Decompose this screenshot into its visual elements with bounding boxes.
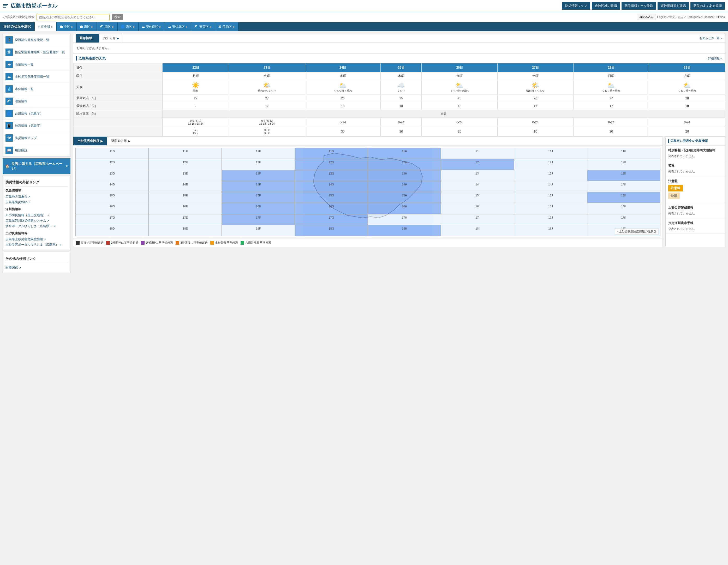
grid-cell-16K[interactable]: 16K — [587, 203, 660, 214]
menu-item-earthquake[interactable]: 📳 地震情報（気象庁） — [3, 120, 70, 132]
tab-emergency[interactable]: 緊急情報 ▶ — [76, 34, 99, 43]
menu-item-water[interactable]: 💧 水位情報一覧 — [3, 83, 70, 95]
menu-item-disaster-map[interactable]: 🗺 防災情報マップ — [3, 132, 70, 144]
grid-cell-15D[interactable]: 15D — [76, 192, 149, 203]
grid-cell-16D[interactable]: 16D — [76, 203, 149, 214]
ext-link-soil2[interactable]: 土砂災害ポータルひろしま（広島県） — [5, 242, 68, 248]
search-button[interactable]: 検索 — [112, 14, 123, 20]
region-item-all[interactable]: ≡ 市全域 ▶ — [34, 22, 56, 31]
grid-cell-13J[interactable]: 13J — [514, 170, 587, 181]
grid-cell-15I[interactable]: 15I — [441, 192, 514, 203]
grid-cell-17I[interactable]: 17I — [441, 214, 514, 225]
grid-cell-14K[interactable]: 14K — [587, 181, 660, 192]
map-tab-landslide[interactable]: 土砂災害危険度 ▶ — [73, 137, 107, 145]
region-item-saeki[interactable]: 🏛 佐伯区 ▶ — [215, 22, 238, 31]
grid-cell-12J[interactable]: 12J — [514, 159, 587, 170]
grid-cell-18G[interactable]: 18G — [295, 225, 368, 236]
weather-detail-link[interactable]: › 詳細情報へ — [706, 57, 723, 61]
grid-cell-13I[interactable]: 13I — [441, 170, 514, 181]
grid-cell-14D[interactable]: 14D — [76, 181, 149, 192]
ext-link-kenfusai[interactable]: 広島県防災Web — [5, 200, 68, 205]
grid-cell-14H[interactable]: 14H — [368, 181, 441, 192]
disaster-prepare-button[interactable]: 🏠 災害に備える（広島市ホームページ） ↗ — [3, 158, 70, 174]
grid-cell-14J[interactable]: 14J — [514, 181, 587, 192]
reload-button[interactable]: 再読み込み — [637, 14, 656, 20]
grid-cell-18J[interactable]: 18J — [514, 225, 587, 236]
other-link-medical[interactable]: 医療関係 — [5, 265, 68, 271]
grid-cell-11K[interactable]: 11K — [587, 148, 660, 159]
grid-cell-13K[interactable]: 13K — [587, 170, 660, 181]
grid-cell-14I[interactable]: 14I — [441, 181, 514, 192]
grid-cell-15E[interactable]: 15E — [149, 192, 222, 203]
nav-btn-1[interactable]: 危険区域の確認 — [592, 2, 620, 10]
grid-cell-18I[interactable]: 18I — [441, 225, 514, 236]
menu-item-glossary[interactable]: 📖 用語解説 — [3, 144, 70, 157]
grid-cell-16H[interactable]: 16H — [368, 203, 441, 214]
grid-cell-15J[interactable]: 15J — [514, 192, 587, 203]
grid-cell-16F[interactable]: 16F — [222, 203, 295, 214]
region-item-asaki[interactable]: ⛰ 安佐北区 ▶ — [165, 22, 191, 31]
menu-item-typhoon[interactable]: 🌀 台風情報（気象庁） — [3, 108, 70, 120]
grid-cell-15H[interactable]: 15H — [368, 192, 441, 203]
menu-item-rain[interactable]: 🌧 雨量情報一覧 — [3, 58, 70, 71]
grid-cell-13E[interactable]: 13E — [149, 170, 222, 181]
map-tab-evacuation[interactable]: 避難勧告等 ▶ — [107, 137, 134, 145]
grid-cell-13D[interactable]: 13D — [76, 170, 149, 181]
menu-item-tide[interactable]: 🌊 潮位情報 — [3, 95, 70, 108]
grid-cell-15K[interactable]: 15K — [587, 192, 660, 203]
grid-cell-11D[interactable]: 11D — [76, 148, 149, 159]
alerts-all-link[interactable]: お知らせの一覧へ — [700, 36, 723, 40]
grid-cell-12K[interactable]: 12K — [587, 159, 660, 170]
ext-link-kishodai[interactable]: 広島地方気象台 — [5, 194, 68, 200]
region-item-aki[interactable]: 🌊 安芸区 ▶ — [191, 22, 215, 31]
region-item-naka[interactable]: 🏔 中区 ▶ — [56, 22, 76, 31]
grid-cell-17J[interactable]: 17J — [514, 214, 587, 225]
grid-cell-18D[interactable]: 18D — [76, 225, 149, 236]
region-item-higashi[interactable]: 🏔 東区 ▶ — [76, 22, 97, 31]
ext-link-river2[interactable]: 広島県河川防災情報システム — [5, 218, 68, 224]
nav-btn-2[interactable]: 防災情報メール登録 — [622, 2, 656, 10]
grid-cell-16G[interactable]: 16G — [295, 203, 368, 214]
grid-cell-13H[interactable]: 13H — [368, 170, 441, 181]
grid-cell-16J[interactable]: 16J — [514, 203, 587, 214]
grid-cell-14E[interactable]: 14E — [149, 181, 222, 192]
grid-cell-16I[interactable]: 16I — [441, 203, 514, 214]
grid-cell-11H[interactable]: 11H — [368, 148, 441, 159]
ext-link-river3[interactable]: 洪水ポータルひろしま（広島県） — [5, 224, 68, 229]
map-note-link[interactable]: › 土砂災害危険度情報の注意点 — [615, 229, 659, 235]
grid-cell-15G[interactable]: 15G — [295, 192, 368, 203]
grid-cell-17D[interactable]: 17D — [76, 214, 149, 225]
grid-cell-14F[interactable]: 14F — [222, 181, 295, 192]
grid-cell-12H[interactable]: 12H — [368, 159, 441, 170]
grid-cell-18F[interactable]: 18F — [222, 225, 295, 236]
nav-btn-3[interactable]: 避難場所等を確認 — [658, 2, 689, 10]
region-item-nishi[interactable]: 🌀 西区 ▶ — [117, 22, 138, 31]
tab-notice[interactable]: お知らせ ▶ — [99, 34, 123, 43]
grid-cell-11J[interactable]: 11J — [514, 148, 587, 159]
grid-cell-14G[interactable]: 14G — [295, 181, 368, 192]
nav-btn-4[interactable]: 防災のよくある質問 — [690, 2, 725, 10]
grid-cell-12E[interactable]: 12E — [149, 159, 222, 170]
grid-cell-13F[interactable]: 13F — [222, 170, 295, 181]
grid-cell-11G[interactable]: 11G — [295, 148, 368, 159]
grid-cell-12D[interactable]: 12D — [76, 159, 149, 170]
grid-cell-18H[interactable]: 18H — [368, 225, 441, 236]
menu-item-landslide[interactable]: ⛰ 土砂災害危険度情報一覧 — [3, 71, 70, 83]
grid-cell-17K[interactable]: 17K — [587, 214, 660, 225]
grid-cell-11I[interactable]: 11I — [441, 148, 514, 159]
grid-cell-15F[interactable]: 15F — [222, 192, 295, 203]
nav-btn-0[interactable]: 防災情報マップ — [562, 2, 590, 10]
grid-cell-17E[interactable]: 17E — [149, 214, 222, 225]
grid-cell-13G[interactable]: 13G — [295, 170, 368, 181]
grid-cell-17H[interactable]: 17H — [368, 214, 441, 225]
grid-cell-17G[interactable]: 17G — [295, 214, 368, 225]
grid-cell-17F[interactable]: 17F — [222, 214, 295, 225]
grid-cell-16E[interactable]: 16E — [149, 203, 222, 214]
menu-item-evacuation[interactable]: 🚶 避難勧告等発令状況一覧 — [3, 34, 70, 46]
grid-cell-12G[interactable]: 12G — [295, 159, 368, 170]
region-item-asaminami[interactable]: ⛰ 安佐南区 ▶ — [138, 22, 165, 31]
grid-cell-11F[interactable]: 11F — [222, 148, 295, 159]
search-input[interactable] — [37, 14, 110, 20]
grid-cell-18E[interactable]: 18E — [149, 225, 222, 236]
region-item-minami[interactable]: 🌊 南区 ▶ — [97, 22, 117, 31]
